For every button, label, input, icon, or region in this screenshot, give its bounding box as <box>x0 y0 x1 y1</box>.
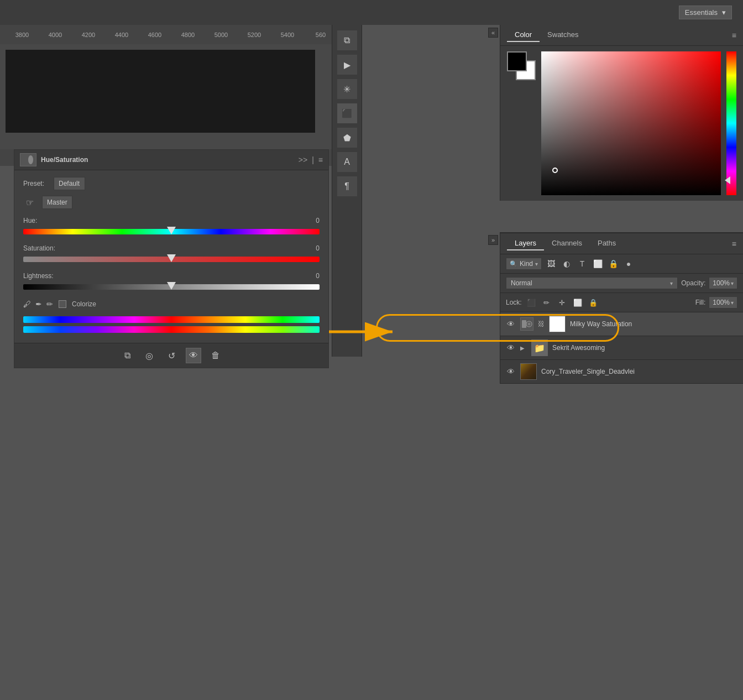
canvas-content <box>6 50 315 133</box>
svg-rect-0 <box>23 155 28 164</box>
color-panel-menu-icon[interactable]: ≡ <box>732 31 736 40</box>
svg-rect-1 <box>28 155 33 164</box>
opacity-label: Opacity: <box>681 279 705 287</box>
tool-cube-btn[interactable]: ⬛ <box>337 103 357 123</box>
tool-text-btn[interactable]: A <box>337 152 357 172</box>
eye-btn[interactable]: 👁 <box>186 348 201 363</box>
layer-item-cory[interactable]: 👁 Cory_Traveler_Single_Deadvlei <box>500 360 743 384</box>
kind-select-wrapper[interactable]: 🔍 Kind ▾ <box>506 258 542 270</box>
tab-channels[interactable]: Channels <box>544 237 590 250</box>
saturation-slider-section: Saturation: 0 <box>23 244 320 264</box>
master-select[interactable]: Master <box>42 196 72 209</box>
search-icon: 🔍 <box>510 260 517 268</box>
hue-vertical-slider[interactable] <box>726 51 736 195</box>
preset-select[interactable]: Default <box>54 177 85 190</box>
layers-tabs: Layers Channels Paths <box>507 237 624 250</box>
fill-arrow: ▾ <box>731 300 734 306</box>
color-gradient-box[interactable] <box>541 51 721 195</box>
svg-rect-2 <box>522 320 526 328</box>
lock-label: Lock: <box>506 299 522 306</box>
canvas-area <box>0 44 332 149</box>
hue-label: Hue: <box>23 217 37 224</box>
kind-icon-circle[interactable]: ● <box>622 258 635 270</box>
layer-eye-cory[interactable]: 👁 <box>506 367 516 377</box>
blend-opacity-row: Normal ▾ Opacity: 100% ▾ <box>500 274 743 293</box>
tab-color[interactable]: Color <box>507 28 540 42</box>
collapse-btn[interactable]: >> <box>299 155 307 164</box>
tool-asterisk-btn[interactable]: ✳ <box>337 79 357 99</box>
light-slider-track-wrapper[interactable] <box>23 282 320 292</box>
tab-paths[interactable]: Paths <box>590 237 624 250</box>
layers-menu-icon[interactable]: ≡ <box>732 239 736 248</box>
hue-thumb[interactable] <box>167 227 176 234</box>
layer-eye-sekrit[interactable]: 👁 <box>506 343 516 353</box>
eyedropper-icon-1[interactable]: 🖋 <box>23 300 31 309</box>
lightness-value: 0 <box>316 272 320 280</box>
rainbow-bar-2 <box>23 326 320 333</box>
lock-move-icon[interactable]: ✛ <box>556 296 568 309</box>
lock-fill-row: Lock: ⬛ ✏ ✛ ⬜ 🔒 Fill: 100% ▾ <box>500 293 743 312</box>
hue-slider-track-wrapper[interactable] <box>23 227 320 237</box>
blend-mode-select[interactable]: Normal ▾ <box>506 277 678 289</box>
properties-panel: Hue/Saturation >> | ≡ Preset: Default ☞ … <box>14 149 329 368</box>
master-row: ☞ Master <box>23 196 320 209</box>
tool-play-btn[interactable]: ▶ <box>337 55 357 75</box>
add-layer-btn[interactable]: ⧉ <box>119 348 135 363</box>
right-panel-bottom-collapse[interactable]: » <box>488 235 498 245</box>
color-gradient-main <box>541 51 721 195</box>
kind-icon-shape[interactable]: ⬜ <box>592 258 604 270</box>
layer-item-milky-way[interactable]: 👁 ⛓ Milky Way Saturation <box>500 312 743 336</box>
light-thumb[interactable] <box>167 282 176 290</box>
lock-artboard-icon[interactable]: ⬜ <box>572 296 584 309</box>
ruler-tick: 4200 <box>72 32 105 38</box>
kind-icon-adjust[interactable]: ◐ <box>561 258 573 270</box>
ruler-tick: 4000 <box>39 32 72 38</box>
layer-name-milky-way: Milky Way Saturation <box>570 320 737 328</box>
sat-slider-track-wrapper[interactable] <box>23 254 320 264</box>
ruler-tick: 5400 <box>271 32 304 38</box>
kind-icon-image[interactable]: 🖼 <box>545 258 557 270</box>
color-panel-header: Color Swatches ≡ <box>500 25 743 46</box>
reset-btn[interactable]: ↺ <box>164 348 179 363</box>
right-panel-top-collapse[interactable]: « <box>488 28 498 38</box>
colorize-checkbox[interactable] <box>59 300 66 308</box>
hue-sat-icon <box>20 153 36 166</box>
hue-value: 0 <box>316 217 320 224</box>
blend-mode-arrow: ▾ <box>670 280 673 286</box>
fill-select[interactable]: 100% ▾ <box>709 296 737 309</box>
layer-eye-milky-way[interactable]: 👁 <box>506 319 516 329</box>
lock-position-icon[interactable]: ✏ <box>541 296 553 309</box>
kind-icon-type[interactable]: T <box>576 258 588 270</box>
fg-bg-squares <box>507 51 536 80</box>
tab-layers[interactable]: Layers <box>507 237 544 250</box>
layer-expand-sekrit[interactable]: ▶ <box>520 345 527 351</box>
tool-history-btn[interactable]: ⧉ <box>337 30 357 50</box>
visibility-btn[interactable]: ◎ <box>142 348 157 363</box>
lock-all-icon[interactable]: 🔒 <box>587 296 599 309</box>
saturation-value: 0 <box>316 244 320 252</box>
kind-label: Kind <box>520 260 533 268</box>
opacity-select[interactable]: 100% ▾ <box>709 277 737 289</box>
lightness-label: Lightness: <box>23 272 54 280</box>
sat-thumb[interactable] <box>167 254 176 262</box>
ruler-tick: 4800 <box>171 32 205 38</box>
ruler-tick: 5000 <box>205 32 238 38</box>
tool-paragraph-btn[interactable]: ¶ <box>337 176 357 196</box>
hue-vertical-thumb <box>725 176 730 184</box>
saturation-label-row: Saturation: 0 <box>23 244 320 252</box>
tab-swatches[interactable]: Swatches <box>540 28 586 42</box>
delete-btn[interactable]: 🗑 <box>208 348 223 363</box>
essentials-dropdown[interactable]: Essentials ▾ <box>679 6 732 19</box>
essentials-label: Essentials <box>685 8 718 17</box>
properties-panel-header: Hue/Saturation >> | ≡ <box>14 150 328 170</box>
foreground-square[interactable] <box>507 51 527 71</box>
lock-pixels-icon[interactable]: ⬛ <box>525 296 537 309</box>
essentials-dropdown-arrow: ▾ <box>722 8 726 17</box>
layer-item-sekrit[interactable]: 👁 ▶ 📁 Sekrit Awesoming <box>500 336 743 360</box>
eyedropper-icon-3[interactable]: ✏ <box>46 300 53 309</box>
menu-btn[interactable]: ≡ <box>318 155 323 164</box>
lightness-slider-section: Lightness: 0 <box>23 272 320 292</box>
kind-icon-smart[interactable]: 🔒 <box>607 258 619 270</box>
tool-path-btn[interactable]: ⬟ <box>337 128 357 148</box>
eyedropper-icon-2[interactable]: ✒ <box>35 300 42 309</box>
